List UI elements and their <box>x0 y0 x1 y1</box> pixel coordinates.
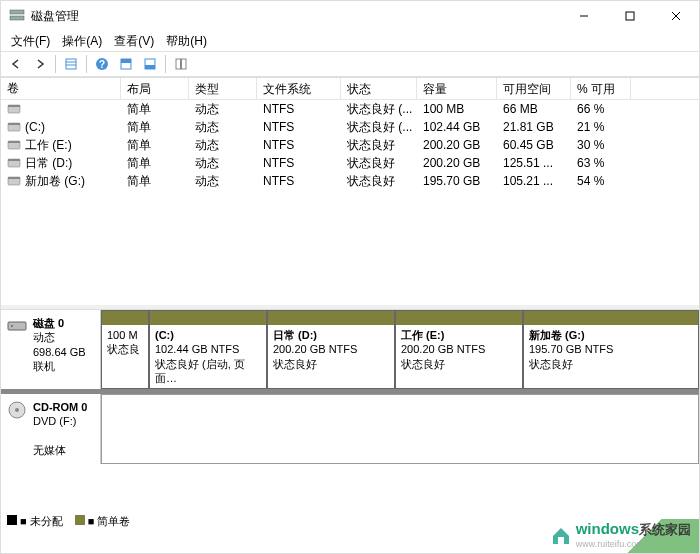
svg-rect-22 <box>8 123 20 125</box>
minimize-button[interactable] <box>561 1 607 31</box>
partition[interactable]: (C:)102.44 GB NTFS状态良好 (启动, 页面… <box>149 310 267 389</box>
partition[interactable]: 工作 (E:)200.20 GB NTFS状态良好 <box>395 310 523 389</box>
disk-name: 磁盘 0 <box>33 317 64 329</box>
table-row[interactable]: 日常 (D:) 简单 动态 NTFS 状态良好 200.20 GB 125.51… <box>1 154 699 172</box>
cdrom-state: 无媒体 <box>33 444 66 456</box>
disk-state: 联机 <box>33 360 55 372</box>
window-title: 磁盘管理 <box>31 8 561 25</box>
menubar: 文件(F) 操作(A) 查看(V) 帮助(H) <box>1 31 699 51</box>
help-button[interactable]: ? <box>91 53 113 75</box>
svg-point-32 <box>15 408 19 412</box>
table-row[interactable]: 工作 (E:) 简单 动态 NTFS 状态良好 200.20 GB 60.45 … <box>1 136 699 154</box>
window-controls <box>561 1 699 31</box>
svg-rect-33 <box>558 537 564 544</box>
header-fs[interactable]: 文件系统 <box>257 78 341 99</box>
header-capacity[interactable]: 容量 <box>417 78 497 99</box>
header-pct[interactable]: % 可用 <box>571 78 631 99</box>
header-layout[interactable]: 布局 <box>121 78 189 99</box>
partition[interactable]: 100 M状态良 <box>101 310 149 389</box>
view-top-button[interactable] <box>115 53 137 75</box>
disk-type: 动态 <box>33 331 55 343</box>
house-icon <box>550 524 572 546</box>
cdrom-label: CD-ROM 0 DVD (F:) 无媒体 <box>1 394 101 464</box>
svg-point-30 <box>11 325 13 327</box>
svg-rect-28 <box>8 177 20 179</box>
disk-label: 磁盘 0 动态 698.64 GB 联机 <box>1 310 101 389</box>
svg-rect-14 <box>121 59 131 63</box>
table-row[interactable]: 简单 动态 NTFS 状态良好 (... 100 MB 66 MB 66 % <box>1 100 699 118</box>
menu-action[interactable]: 操作(A) <box>56 31 108 52</box>
view-bottom-button[interactable] <box>139 53 161 75</box>
svg-rect-20 <box>8 105 20 107</box>
svg-point-2 <box>12 11 14 13</box>
legend-simple: ■ 简单卷 <box>75 514 131 529</box>
menu-view[interactable]: 查看(V) <box>108 31 160 52</box>
svg-rect-8 <box>66 59 76 69</box>
maximize-button[interactable] <box>607 1 653 31</box>
watermark: windows系统家园 www.ruiteifu.com <box>550 520 691 549</box>
menu-help[interactable]: 帮助(H) <box>160 31 213 52</box>
legend-unalloc: ■ 未分配 <box>7 514 63 529</box>
disk-icon <box>7 316 27 336</box>
toolbar-separator <box>55 55 56 73</box>
toolbar: ? <box>1 51 699 77</box>
svg-rect-16 <box>145 65 155 69</box>
cdrom-name: CD-ROM 0 <box>33 401 87 413</box>
graphical-view: 磁盘 0 动态 698.64 GB 联机 100 M状态良(C:)102.44 … <box>1 309 699 464</box>
header-name[interactable]: 卷 <box>1 78 121 99</box>
toolbar-separator <box>86 55 87 73</box>
toolbar-separator <box>165 55 166 73</box>
cdrom-desc: DVD (F:) <box>33 415 76 427</box>
svg-point-3 <box>12 17 14 19</box>
legend: ■ 未分配 ■ 简单卷 <box>7 514 130 529</box>
cdrom-icon <box>7 400 27 420</box>
svg-rect-29 <box>8 322 26 330</box>
header-type[interactable]: 类型 <box>189 78 257 99</box>
svg-rect-26 <box>8 159 20 161</box>
volume-list[interactable]: 卷 布局 类型 文件系统 状态 容量 可用空间 % 可用 简单 动态 NTFS … <box>1 77 699 305</box>
cdrom-empty <box>101 394 699 464</box>
svg-rect-18 <box>180 59 182 69</box>
partition[interactable]: 新加卷 (G:)195.70 GB NTFS状态良好 <box>523 310 699 389</box>
table-header: 卷 布局 类型 文件系统 状态 容量 可用空间 % 可用 <box>1 78 699 100</box>
titlebar: 磁盘管理 <box>1 1 699 31</box>
header-free[interactable]: 可用空间 <box>497 78 571 99</box>
disk-row-0[interactable]: 磁盘 0 动态 698.64 GB 联机 100 M状态良(C:)102.44 … <box>1 310 699 394</box>
close-button[interactable] <box>653 1 699 31</box>
app-icon <box>9 8 25 24</box>
table-row[interactable]: 新加卷 (G:) 简单 动态 NTFS 状态良好 195.70 GB 105.2… <box>1 172 699 190</box>
menu-file[interactable]: 文件(F) <box>5 31 56 52</box>
partition[interactable]: 日常 (D:)200.20 GB NTFS状态良好 <box>267 310 395 389</box>
view-list-button[interactable] <box>60 53 82 75</box>
forward-button[interactable] <box>29 53 51 75</box>
back-button[interactable] <box>5 53 27 75</box>
header-status[interactable]: 状态 <box>341 78 417 99</box>
svg-text:?: ? <box>99 59 105 70</box>
svg-rect-5 <box>626 12 634 20</box>
cdrom-row[interactable]: CD-ROM 0 DVD (F:) 无媒体 <box>1 394 699 464</box>
disk-size: 698.64 GB <box>33 346 86 358</box>
table-row[interactable]: (C:) 简单 动态 NTFS 状态良好 (... 102.44 GB 21.8… <box>1 118 699 136</box>
settings-button[interactable] <box>170 53 192 75</box>
svg-rect-24 <box>8 141 20 143</box>
